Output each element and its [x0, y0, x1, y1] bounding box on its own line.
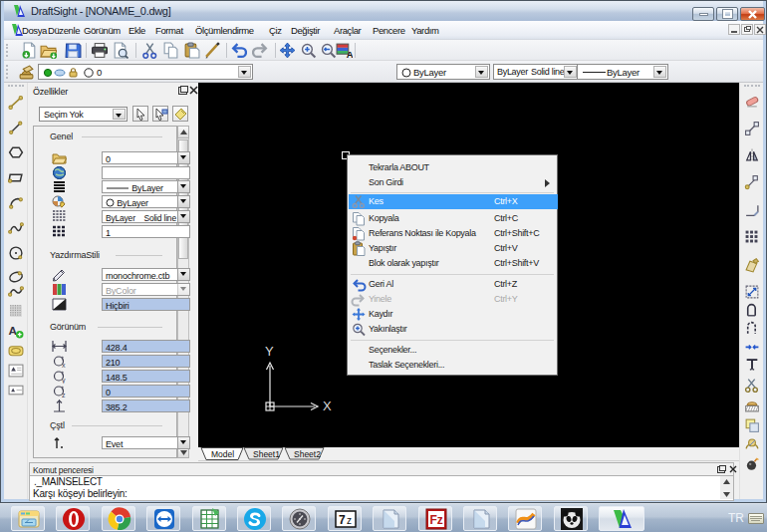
svg-text:z: z — [62, 392, 66, 399]
svg-text:y: y — [62, 377, 66, 384]
svg-text:Fz: Fz — [430, 513, 443, 527]
svg-text:Sheet1: Sheet1 — [253, 449, 280, 459]
svg-text:7: 7 — [339, 513, 346, 527]
svg-text:Sheet2: Sheet2 — [294, 449, 321, 459]
svg-text:Y: Y — [265, 344, 274, 359]
svg-text:A: A — [347, 49, 353, 59]
svg-text:X: X — [323, 399, 332, 413]
svg-text:z: z — [347, 515, 352, 526]
svg-text:Model: Model — [211, 449, 234, 459]
svg-text:x: x — [62, 362, 66, 369]
